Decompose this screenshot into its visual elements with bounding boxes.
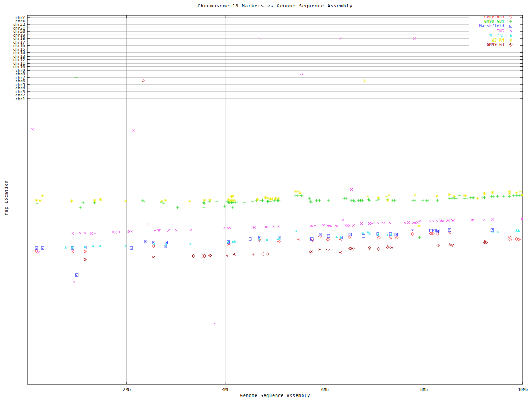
point-tng xyxy=(73,281,76,283)
point-marshfield xyxy=(362,235,365,237)
legend-marker-wi-rh xyxy=(510,39,512,42)
point-gm99-gb4 xyxy=(315,200,318,202)
point-wi-yac xyxy=(232,241,234,243)
point-gm99-g3 xyxy=(368,246,371,250)
x-tick-label-6Mb: 6Mb xyxy=(321,387,329,392)
point-wi-rh xyxy=(41,195,44,197)
legend-label-wi-rh: WI RH xyxy=(492,38,504,42)
point-genethon xyxy=(71,250,74,253)
point-wi-rh xyxy=(93,200,96,202)
point-tng xyxy=(71,232,74,235)
point-wi-rh xyxy=(39,200,42,202)
point-tng xyxy=(342,219,345,221)
x-tick-label-8Mb: 8Mb xyxy=(420,387,428,392)
point-tng xyxy=(131,230,133,233)
point-wi-rh xyxy=(519,190,522,193)
point-wi-rh xyxy=(387,199,389,202)
point-wi-rh xyxy=(99,198,102,201)
point-tng xyxy=(90,232,93,235)
point-gm99-gb4 xyxy=(309,200,312,203)
point-wi-rh-chr6 xyxy=(363,79,366,82)
point-genethon xyxy=(84,250,87,253)
point-gm99-gb4 xyxy=(359,200,362,202)
point-gm99-gb4 xyxy=(269,200,272,203)
point-gm99-g3 xyxy=(84,258,87,261)
point-marshfield xyxy=(349,233,351,236)
point-wi-rh xyxy=(418,225,421,228)
point-marshfield xyxy=(35,247,38,249)
point-wi-rh xyxy=(264,196,267,199)
point-gm99-gb4 xyxy=(512,195,515,197)
point-genethon xyxy=(377,236,381,239)
point-gm99-gb4 xyxy=(450,197,453,200)
point-wi-rh xyxy=(209,199,212,202)
point-gm99-gb4 xyxy=(343,197,346,200)
point-wi-rh xyxy=(35,200,38,202)
point-marshfield xyxy=(164,245,167,248)
point-gm99-gb4 xyxy=(236,201,239,204)
point-gm99-gb4 xyxy=(411,199,414,202)
point-marshfield xyxy=(41,247,44,249)
point-gm99-g3 xyxy=(339,251,342,254)
point-tng xyxy=(118,231,120,233)
point-wi-yac xyxy=(515,229,518,232)
point-gm99-g3 xyxy=(261,252,265,256)
point-wi-rh xyxy=(464,195,467,197)
point-gm99-gb4 xyxy=(215,200,218,203)
point-gm99-gb4 xyxy=(266,200,269,203)
point-tng xyxy=(432,220,435,222)
point-gm99-g3 xyxy=(390,246,393,249)
point-wi-rh xyxy=(491,191,494,194)
point-gm99-gb4 xyxy=(515,194,518,197)
point-wi-yac xyxy=(497,230,499,233)
point-gm99-g3 xyxy=(377,247,380,251)
point-genethon xyxy=(389,236,392,239)
point-marshfield xyxy=(75,274,78,276)
point-tng xyxy=(314,225,316,227)
legend-label-tng: TNG xyxy=(497,29,504,33)
point-wi-rh xyxy=(294,190,297,193)
point-wi-rh xyxy=(521,194,524,197)
legend-label-gm99-gb4: GM99 GB4 xyxy=(484,19,504,24)
point-marshfield xyxy=(411,229,414,232)
point-tng xyxy=(483,219,486,221)
point-wi-yac xyxy=(99,245,102,247)
point-marshfield xyxy=(430,229,432,232)
y-axis-title: Map Location xyxy=(4,169,9,227)
point-tng xyxy=(37,251,40,254)
point-tng xyxy=(223,227,226,229)
point-gm99-g3 xyxy=(318,248,321,251)
point-gm99-gb4 xyxy=(79,206,82,209)
point-gm99-g3 xyxy=(451,244,454,247)
point-wi-yac xyxy=(227,241,229,243)
point-gm99-g3 xyxy=(152,256,155,259)
plot-canvas: chrYchrXchr22chr21chr20chr19chr18chr17ch… xyxy=(0,0,532,399)
point-gm99-gb4 xyxy=(176,206,179,209)
point-wi-yac xyxy=(386,234,389,236)
point-wi-rh xyxy=(277,197,280,200)
point-wi-rh xyxy=(377,197,380,200)
point-gm99-gb4 xyxy=(508,195,511,198)
point-genethon xyxy=(431,232,435,235)
point-wi-rh xyxy=(124,200,127,203)
point-gm99-gb4 xyxy=(496,195,499,198)
point-gm99-gb4 xyxy=(393,199,396,202)
point-marshfield xyxy=(395,233,397,236)
point-wi-rh xyxy=(203,200,206,202)
point-tng xyxy=(267,226,270,228)
point-tng xyxy=(278,225,280,228)
point-tng xyxy=(79,232,81,234)
point-genethon xyxy=(509,238,512,241)
chart-title: Chromosome 10 Markers vs Genome Sequence… xyxy=(27,3,523,9)
point-tng xyxy=(416,221,419,224)
point-gm99-g3 xyxy=(233,253,236,256)
point-genethon xyxy=(35,249,38,253)
point-marshfield xyxy=(144,240,147,243)
point-marshfield xyxy=(249,238,251,240)
point-marshfield xyxy=(491,229,493,231)
point-gm99-gb4 xyxy=(202,206,205,209)
point-tng xyxy=(491,218,494,221)
point-gm99-gb4 xyxy=(308,197,311,200)
point-tng xyxy=(389,222,392,224)
point-marshfield xyxy=(130,247,132,249)
